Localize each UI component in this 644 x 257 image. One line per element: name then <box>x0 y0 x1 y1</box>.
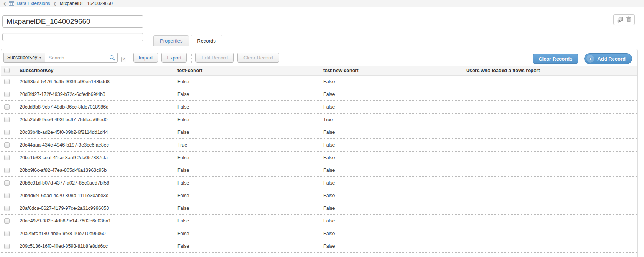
tab-records-label: Records <box>197 38 215 44</box>
row-checkbox[interactable] <box>4 193 10 198</box>
table-row[interactable]: 20af6dca-6627-4179-97ce-2a31c9996053 Fal… <box>1 202 637 215</box>
table-row[interactable]: 20cb2bb9-9ee6-493f-bc67-755fcca66ed0 Fal… <box>1 114 637 126</box>
breadcrumb-link-data-extensions[interactable]: Data Extensions <box>16 1 50 6</box>
row-checkbox[interactable] <box>4 142 10 148</box>
cell-test-new-cohort: False <box>320 180 463 186</box>
table-row[interactable]: 20c83b4b-ad2e-45f0-89b2-6f2114dd1d44 Fal… <box>1 126 637 139</box>
table-body: 20d63baf-5476-4c95-9036-a90e5148bdd8 Fal… <box>1 76 637 253</box>
table-row[interactable]: 20b4d6f4-6dad-4c20-808b-1111e30abe3d Fal… <box>1 189 637 202</box>
cell-test-cohort: False <box>174 168 320 173</box>
row-checkbox[interactable] <box>4 244 10 249</box>
row-checkbox-cell <box>1 193 16 198</box>
row-checkbox[interactable] <box>4 180 10 186</box>
cell-subscriberkey: 20be1b33-ceaf-41ce-8aa9-2da057887cfa <box>16 155 174 160</box>
row-checkbox[interactable] <box>4 155 10 160</box>
plus-icon: + <box>586 55 594 63</box>
row-checkbox[interactable] <box>4 79 10 84</box>
cell-test-cohort: False <box>174 206 320 211</box>
tab-bar: Properties Records <box>0 35 644 46</box>
import-button[interactable]: Import <box>133 53 158 63</box>
row-checkbox-cell <box>1 155 16 160</box>
back-chevron-icon[interactable]: ❮ <box>3 1 7 6</box>
row-checkbox-cell <box>1 168 16 173</box>
table-header-row: SubscriberKey test-cohort test new cohor… <box>1 66 637 76</box>
cell-subscriberkey: 20cdd8b8-9cb7-48db-86cc-8fdc7018986d <box>16 104 174 110</box>
tab-properties-label: Properties <box>160 38 182 44</box>
table-row[interactable]: 209c5136-16f0-40ed-8593-81b8fe8dd6cc Fal… <box>1 240 637 253</box>
row-checkbox[interactable] <box>4 231 10 236</box>
cell-test-new-cohort: False <box>320 79 463 84</box>
breadcrumb-current-page: MixpanelDE_1640029660 <box>60 1 113 6</box>
cell-subscriberkey: 20c83b4b-ad2e-45f0-89b2-6f2114dd1d44 <box>16 130 174 135</box>
cell-subscriberkey: 20bb9f6c-af82-47ea-805d-f6a13963c95b <box>16 168 174 173</box>
cell-test-cohort: False <box>174 218 320 224</box>
cell-subscriberkey: 209c5136-16f0-40ed-8593-81b8fe8dd6cc <box>16 244 174 249</box>
data-extension-name-field[interactable] <box>2 15 143 28</box>
cell-test-cohort: False <box>174 117 320 122</box>
cell-test-cohort: True <box>174 142 320 148</box>
cell-test-new-cohort: False <box>320 92 463 97</box>
row-checkbox-cell <box>1 231 16 236</box>
table-row[interactable]: 20be1b33-ceaf-41ce-8aa9-2da057887cfa Fal… <box>1 152 637 164</box>
row-checkbox-cell <box>1 218 16 224</box>
table-row[interactable]: 20d3fd27-172f-4939-b72c-6cfedb69f4b0 Fal… <box>1 88 637 101</box>
delete-icon[interactable] <box>626 16 631 23</box>
cell-test-new-cohort: False <box>320 218 463 224</box>
row-checkbox-cell <box>1 92 16 97</box>
search-input[interactable] <box>45 53 118 63</box>
cell-subscriberkey: 20cb2bb9-9ee6-493f-bc67-755fcca66ed0 <box>16 117 174 122</box>
copy-icon[interactable] <box>617 16 623 23</box>
cell-subscriberkey: 20af6dca-6627-4179-97ce-2a31c9996053 <box>16 206 174 211</box>
column-header-test-new-cohort: test new cohort <box>320 68 463 73</box>
clear-record-button[interactable]: Clear Record <box>237 53 279 63</box>
cell-subscriberkey: 20d3fd27-172f-4939-b72c-6cfedb69f4b0 <box>16 92 174 97</box>
cell-subscriberkey: 20b6c31d-b07d-4377-a027-85c0aed7bf58 <box>16 180 174 186</box>
table-row[interactable]: 20ae4979-082e-4db6-9c14-7602e6e03ba1 Fal… <box>1 215 637 227</box>
help-icon[interactable]: ? <box>121 57 127 62</box>
tab-records[interactable]: Records <box>191 35 222 46</box>
clear-records-button[interactable]: Clear Records <box>533 54 578 64</box>
cell-subscriberkey: 20c44aaa-434c-4946-b197-3e3ce6fae8ec <box>16 142 174 148</box>
edit-record-button[interactable]: Edit Record <box>196 53 234 63</box>
cell-test-new-cohort: True <box>320 117 463 122</box>
table-row[interactable]: 20bb9f6c-af82-47ea-805d-f6a13963c95b Fal… <box>1 164 637 177</box>
column-header-subscriberkey: SubscriberKey <box>16 68 174 73</box>
row-checkbox[interactable] <box>4 130 10 135</box>
search-button[interactable] <box>108 53 117 62</box>
tab-properties[interactable]: Properties <box>153 35 189 46</box>
records-panel: SubscriberKey ▾ ? Import Export Edit Rec… <box>1 49 638 257</box>
row-checkbox-cell <box>1 104 16 110</box>
cell-subscriberkey: 20ae4979-082e-4db6-9c14-7602e6e03ba1 <box>16 218 174 224</box>
row-checkbox[interactable] <box>4 218 10 224</box>
row-checkbox[interactable] <box>4 117 10 122</box>
cell-test-new-cohort: False <box>320 155 463 160</box>
table-row[interactable]: 20b6c31d-b07d-4377-a027-85c0aed7bf58 Fal… <box>1 177 637 189</box>
export-button[interactable]: Export <box>161 53 187 63</box>
cell-test-cohort: False <box>174 180 320 186</box>
cell-test-cohort: False <box>174 130 320 135</box>
table-row[interactable]: 20d63baf-5476-4c95-9036-a90e5148bdd8 Fal… <box>1 76 637 88</box>
cell-test-new-cohort: False <box>320 168 463 173</box>
cell-test-cohort: False <box>174 92 320 97</box>
cell-subscriberkey: 20a2f5fc-f130-4be6-9f38-10e710e95d60 <box>16 231 174 236</box>
row-checkbox[interactable] <box>4 104 10 110</box>
cell-test-cohort: False <box>174 231 320 236</box>
row-checkbox-cell <box>1 180 16 186</box>
row-checkbox[interactable] <box>4 92 10 97</box>
row-checkbox[interactable] <box>4 206 10 211</box>
column-header-test-cohort: test-cohort <box>174 68 320 73</box>
cell-test-cohort: False <box>174 193 320 198</box>
cell-test-new-cohort: False <box>320 130 463 135</box>
add-record-label: Add Record <box>597 56 626 62</box>
row-checkbox-cell <box>1 206 16 211</box>
row-checkbox-cell <box>1 117 16 122</box>
add-record-button[interactable]: + Add Record <box>584 53 632 64</box>
cell-test-new-cohort: False <box>320 231 463 236</box>
table-row[interactable]: 20cdd8b8-9cb7-48db-86cc-8fdc7018986d Fal… <box>1 101 637 114</box>
select-all-checkbox[interactable] <box>4 68 10 73</box>
records-toolbar: SubscriberKey ▾ ? Import Export Edit Rec… <box>1 49 637 66</box>
search-field-dropdown[interactable]: SubscriberKey ▾ <box>3 53 45 63</box>
table-row[interactable]: 20c44aaa-434c-4946-b197-3e3ce6fae8ec Tru… <box>1 139 637 152</box>
table-row[interactable]: 20a2f5fc-f130-4be6-9f38-10e710e95d60 Fal… <box>1 227 637 240</box>
row-checkbox[interactable] <box>4 168 10 173</box>
